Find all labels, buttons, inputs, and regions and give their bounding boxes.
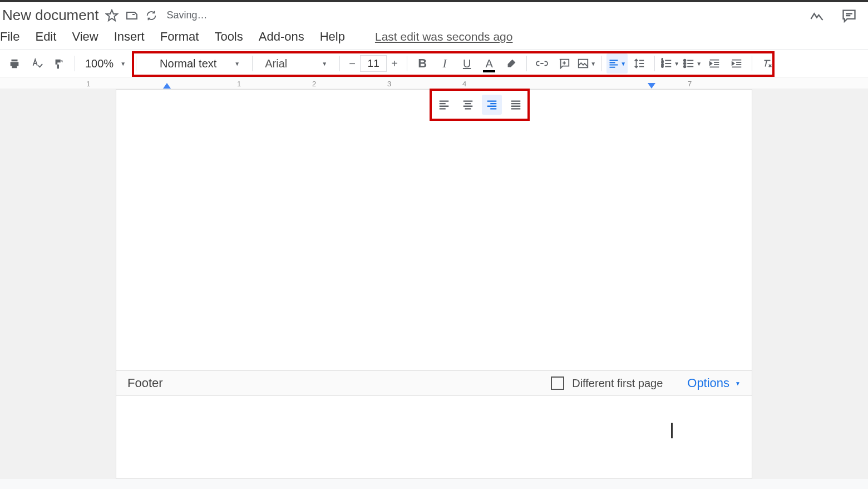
text-color-button[interactable]: A xyxy=(479,53,500,74)
svg-point-6 xyxy=(684,66,686,68)
menu-file[interactable]: File xyxy=(0,30,19,44)
align-button[interactable]: ▼ xyxy=(606,53,628,74)
underline-button[interactable]: U xyxy=(456,53,477,74)
ruler-number: 4 xyxy=(462,80,466,88)
spellcheck-icon[interactable] xyxy=(27,53,47,74)
text-cursor xyxy=(671,423,673,438)
decrease-font-button[interactable]: − xyxy=(344,55,360,72)
numbered-list-button[interactable]: 123▼ xyxy=(659,53,680,74)
caret-icon: ▼ xyxy=(234,61,240,67)
move-icon[interactable] xyxy=(125,9,139,22)
clear-formatting-button[interactable] xyxy=(757,53,778,74)
horizontal-ruler[interactable]: 1 1 2 3 4 7 xyxy=(0,77,868,89)
document-page[interactable]: Footer Different first page Options▼ xyxy=(116,89,752,479)
menu-view[interactable]: View xyxy=(72,30,98,44)
menu-insert[interactable]: Insert xyxy=(114,30,145,44)
decrease-indent-button[interactable] xyxy=(704,53,725,74)
zoom-select[interactable]: 100% ▼ xyxy=(81,57,130,70)
paint-format-icon[interactable] xyxy=(49,53,69,74)
font-value: Arial xyxy=(265,57,287,70)
comments-icon[interactable] xyxy=(841,8,857,23)
menu-edit[interactable]: Edit xyxy=(35,30,56,44)
insert-image-button[interactable]: ▼ xyxy=(576,53,597,74)
svg-point-5 xyxy=(684,62,686,65)
activity-icon[interactable] xyxy=(809,8,825,23)
svg-point-4 xyxy=(684,60,686,62)
italic-button[interactable]: I xyxy=(434,53,455,74)
style-value: Normal text xyxy=(160,57,216,70)
ruler-number: 1 xyxy=(86,80,90,88)
svg-text:3: 3 xyxy=(662,64,664,68)
ruler-number: 1 xyxy=(237,80,241,88)
ruler-number: 2 xyxy=(312,80,316,88)
add-comment-button[interactable] xyxy=(554,53,575,74)
insert-link-button[interactable] xyxy=(531,53,553,74)
highlight-color-button[interactable] xyxy=(501,53,522,74)
saving-status: Saving… xyxy=(166,9,207,21)
menu-addons[interactable]: Add-ons xyxy=(259,30,304,44)
align-left-button[interactable] xyxy=(434,95,454,115)
caret-icon: ▼ xyxy=(322,61,327,67)
zoom-value: 100% xyxy=(85,57,114,70)
last-edit-link[interactable]: Last edit was seconds ago xyxy=(375,30,513,43)
paragraph-style-select[interactable]: Normal text ▼ xyxy=(152,57,248,70)
sync-icon xyxy=(145,9,157,22)
document-canvas: Footer Different first page Options▼ xyxy=(0,89,868,479)
caret-icon: ▼ xyxy=(120,61,126,67)
star-icon[interactable] xyxy=(105,9,119,22)
footer-options-button[interactable]: Options▼ xyxy=(687,376,741,390)
align-right-button[interactable] xyxy=(482,95,502,115)
document-title[interactable]: New document xyxy=(2,7,98,24)
bulleted-list-button[interactable]: ▼ xyxy=(682,53,703,74)
increase-indent-button[interactable] xyxy=(726,53,747,74)
menu-tools[interactable]: Tools xyxy=(214,30,243,44)
print-icon[interactable] xyxy=(4,53,24,74)
align-center-button[interactable] xyxy=(458,95,478,115)
ruler-number: 7 xyxy=(688,80,692,88)
bold-button[interactable]: B xyxy=(412,53,433,74)
left-indent-marker[interactable] xyxy=(163,83,171,89)
align-justify-button[interactable] xyxy=(506,95,526,115)
increase-font-button[interactable]: + xyxy=(387,55,402,72)
different-first-page-label: Different first page xyxy=(572,377,663,390)
line-spacing-button[interactable] xyxy=(629,53,650,74)
footer-bar: Footer Different first page Options▼ xyxy=(116,370,752,396)
alignment-popup xyxy=(430,89,530,121)
menu-format[interactable]: Format xyxy=(160,30,199,44)
menu-help[interactable]: Help xyxy=(320,30,345,44)
font-family-select[interactable]: Arial ▼ xyxy=(257,57,335,70)
right-indent-marker[interactable] xyxy=(648,83,655,89)
font-size-input[interactable] xyxy=(360,55,387,72)
ruler-number: 3 xyxy=(387,80,391,88)
footer-label: Footer xyxy=(127,376,163,390)
different-first-page-checkbox[interactable] xyxy=(551,376,564,390)
